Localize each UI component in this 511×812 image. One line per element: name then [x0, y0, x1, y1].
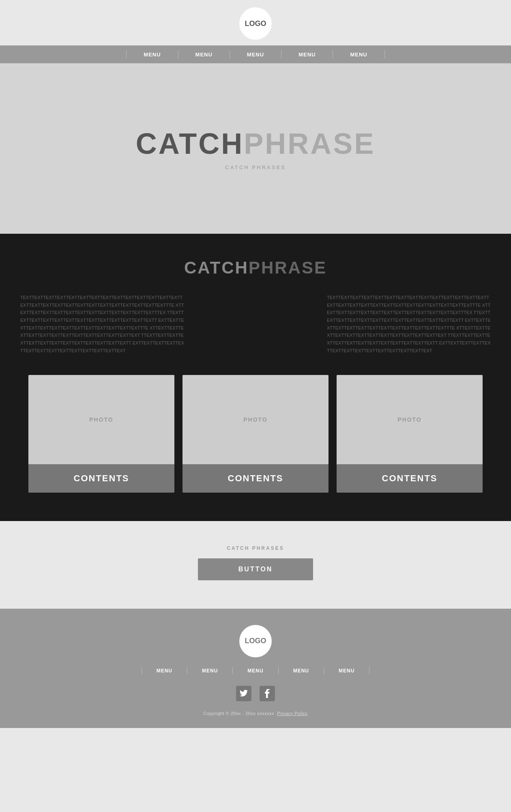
header: LOGO	[0, 0, 511, 45]
nav-item-2[interactable]: MENU	[178, 52, 230, 58]
cta-section: CATCH PHRASES BUTTON	[0, 521, 511, 609]
footer-logo: LOGO	[239, 625, 272, 657]
cards-row: PHOTO CONTENTS PHOTO CONTENTS PHOTO CONT…	[20, 375, 491, 493]
footer-nav: MENU MENU MENU MENU MENU	[142, 667, 370, 674]
footer-nav-item-5[interactable]: MENU	[324, 668, 369, 674]
card-3: PHOTO CONTENTS	[337, 375, 483, 493]
card-1: PHOTO CONTENTS	[28, 375, 174, 493]
card-label-3[interactable]: CONTENTS	[337, 464, 483, 493]
photo-label-2: PHOTO	[243, 416, 268, 423]
card-photo-3: PHOTO	[337, 375, 483, 464]
facebook-icon[interactable]	[260, 686, 275, 701]
footer-nav-item-1[interactable]: MENU	[142, 668, 187, 674]
twitter-icon[interactable]	[236, 686, 251, 701]
copyright-text: Copyright © 20xx - 20xx xxxxxxx	[203, 711, 274, 716]
footer-logo-text: LOGO	[245, 637, 266, 645]
cta-subtitle: CATCH PHRASES	[227, 545, 284, 551]
privacy-policy-link[interactable]: Privacy Policy	[277, 711, 307, 716]
dark-title-part2: PHRASE	[249, 258, 327, 277]
footer-nav-item-2[interactable]: MENU	[187, 668, 232, 674]
hero-title-part2: PHRASE	[244, 127, 375, 160]
card-label-1[interactable]: CONTENTS	[28, 464, 174, 493]
logo-text: LOGO	[245, 19, 266, 28]
hero-section: CATCHPHRASE CATCH PHRASES	[0, 63, 511, 234]
dark-section: CATCHPHRASE TEXTTEXTTEXTTEXTTEXTTEXTTEXT…	[0, 234, 511, 521]
card-photo-2: PHOTO	[182, 375, 328, 464]
nav-item-4[interactable]: MENU	[281, 52, 333, 58]
dark-title-part1: CATCH	[184, 258, 249, 277]
footer-nav-item-4[interactable]: MENU	[279, 668, 324, 674]
footer-nav-sep	[369, 667, 369, 674]
card-2: PHOTO CONTENTS	[182, 375, 328, 493]
nav-item-5[interactable]: MENU	[333, 52, 384, 58]
text-col-right: TEXTTEXTTEXTTEXTTEXTTEXTTEXTTEXTTEXTTEXT…	[327, 294, 491, 355]
hero-title-part1: CATCH	[136, 127, 244, 160]
nav-item-3[interactable]: MENU	[230, 52, 281, 58]
hero-subtitle: CATCH PHRASES	[225, 164, 286, 170]
cta-button[interactable]: BUTTON	[198, 558, 313, 580]
footer: LOGO MENU MENU MENU MENU MENU Copyright …	[0, 609, 511, 728]
photo-label-1: PHOTO	[89, 416, 114, 423]
footer-nav-item-3[interactable]: MENU	[233, 668, 278, 674]
nav-item-1[interactable]: MENU	[127, 52, 178, 58]
card-label-2[interactable]: CONTENTS	[182, 464, 328, 493]
text-col-middle	[208, 294, 303, 355]
logo[interactable]: LOGO	[239, 7, 272, 40]
text-columns: TEXTTEXTTEXTTEXTTEXTTEXTTEXTTEXTTEXTTEXT…	[20, 294, 491, 355]
nav-separator	[384, 50, 385, 58]
card-photo-1: PHOTO	[28, 375, 174, 464]
social-row	[236, 686, 275, 701]
hero-title: CATCHPHRASE	[136, 127, 376, 160]
photo-label-3: PHOTO	[397, 416, 422, 423]
text-col-left: TEXTTEXTTEXTTEXTTEXTTEXTTEXTTEXTTEXTTEXT…	[20, 294, 184, 355]
dark-section-title: CATCHPHRASE	[20, 258, 491, 278]
footer-copyright: Copyright © 20xx - 20xx xxxxxxx Privacy …	[203, 711, 307, 716]
nav-bar: MENU MENU MENU MENU MENU	[0, 45, 511, 63]
